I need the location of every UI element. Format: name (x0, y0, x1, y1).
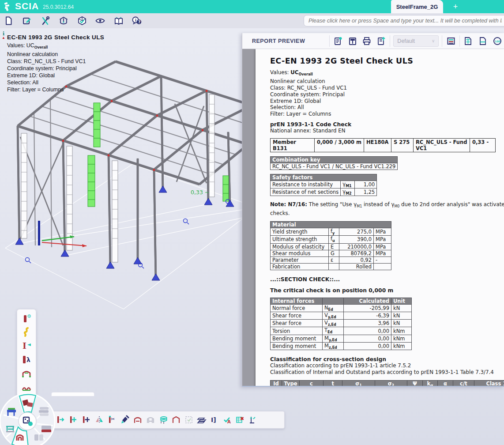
zoom-100-button[interactable]: 100 (490, 34, 504, 48)
report-page-area[interactable]: EC-EN 1993 2G Steel Check ULS Values: UC… (242, 49, 504, 386)
legend-line: Extreme 1D: Global (7, 72, 104, 79)
table-header-row: Internal forces Calculated Unit (271, 298, 412, 304)
deformed-shape-button[interactable] (19, 326, 34, 338)
buckling-lambda-button[interactable]: λ (19, 353, 34, 366)
svg-text:?: ? (138, 20, 140, 24)
structure-button[interactable] (56, 14, 71, 27)
property-brush-button[interactable] (118, 413, 131, 427)
classification-line: Classification of Internal and Outstand … (270, 369, 504, 376)
cross-section-button[interactable]: I (19, 339, 34, 352)
two-page-view-button[interactable] (462, 34, 475, 48)
table-cell: kN (391, 320, 412, 327)
scia-logo (4, 2, 13, 11)
paste-member-button[interactable] (80, 413, 93, 427)
report-template-dropdown[interactable]: Default∨ (393, 35, 439, 47)
svg-text:✖: ✖ (240, 416, 244, 422)
print-button[interactable] (360, 34, 374, 48)
table-cell: 210000,0 (339, 243, 374, 250)
tools-button[interactable] (38, 14, 53, 27)
table-cell: Vz,Ed (323, 320, 344, 327)
report-info-line: Coordinate system: Principal (270, 91, 504, 98)
member-settings-button[interactable]: ⚙ (19, 312, 34, 324)
library-button[interactable] (111, 14, 126, 27)
view-icon (95, 15, 105, 26)
export-report-icon (376, 36, 386, 46)
layers-button[interactable] (195, 413, 208, 427)
new-project-icon (4, 15, 14, 26)
table-row: Resistance of net sectionsγM21,25 (271, 189, 377, 196)
buckling-lambda-icon: λ (21, 354, 32, 365)
report-table-button[interactable] (346, 34, 359, 48)
table-edit-button[interactable] (157, 413, 169, 427)
copy-member-button[interactable] (67, 413, 80, 427)
trim-button[interactable]: ✂ (105, 413, 118, 427)
table-of-contents-button[interactable] (444, 34, 458, 48)
portal-frame-button[interactable] (169, 413, 182, 427)
table-cell: 0,92 (339, 256, 374, 263)
table-row: Parameterε0,92- (271, 256, 391, 263)
frame-disabled-button[interactable] (144, 413, 157, 427)
calculate-button[interactable] (75, 14, 90, 27)
table-cell: γM1 (341, 181, 355, 188)
table-cell: Bending moment (271, 343, 323, 350)
export-report-button[interactable] (375, 34, 388, 48)
table-row: Member B131 0,000 / 3,000 m HE180A S 275… (271, 138, 496, 152)
table-cell: G (329, 250, 339, 256)
frame-supports-icon (21, 368, 32, 378)
code-check-heading: prEN 1993-1-1 Code Check (270, 121, 504, 128)
mirror-icon (94, 415, 104, 425)
legend-info-icon[interactable]: i▲ (1, 31, 6, 39)
one-page-view-icon (478, 36, 488, 46)
trim-icon: ✂ (107, 415, 117, 425)
check-input-button[interactable]: A (221, 413, 233, 427)
view-button[interactable] (93, 14, 108, 27)
table-cell: γM2 (341, 189, 355, 196)
table-row: Shear modulusG80769,2MPa (271, 250, 391, 256)
classification-line: Classification according to prEN 1993-1-… (270, 362, 504, 369)
rename-button[interactable]: I] (208, 413, 221, 427)
report-title: EC-EN 1993 2G Steel Check ULS (270, 57, 504, 65)
new-report-button[interactable] (331, 34, 345, 48)
internal-forces-table: Internal forces Calculated Unit Normal f… (270, 298, 412, 351)
table-cell: Vy,Ed (323, 312, 344, 319)
table-cell: Shear modulus (271, 250, 329, 256)
frame-supports-button[interactable] (19, 367, 34, 379)
edit-icon (22, 15, 32, 26)
frame-icon (133, 415, 143, 425)
delete-table-icon: ✖ (235, 415, 245, 425)
table-cell: Bending moment (271, 335, 323, 342)
member-summary-table: Member B131 0,000 / 3,000 m HE180A S 275… (270, 138, 496, 152)
report-info-line: Selection: All (270, 104, 504, 111)
table-cell: Resistance of net sections (271, 189, 341, 196)
table-cell: 0,00 (344, 343, 391, 350)
svg-text:✂: ✂ (111, 416, 115, 422)
table-row: Normal forceNEd-205,99kN (271, 304, 412, 312)
report-preview-panel: REPORT PREVIEW Default∨ 100 EC-EN 1993 2… (242, 33, 504, 387)
combination-key-table: Combination key RC_NC_ULS - Fund VC1 / N… (270, 156, 398, 170)
frame-button[interactable] (131, 413, 144, 427)
table-cell: 1,25 (355, 189, 377, 196)
app-version: 25.0.3012.64 (43, 4, 74, 10)
edit-button[interactable] (19, 14, 34, 27)
zoom-100-icon: 100 (493, 36, 502, 46)
workstation-wheel[interactable] (0, 391, 62, 445)
slabs-icon (39, 407, 49, 416)
one-page-view-button[interactable] (476, 34, 490, 48)
mirror-button[interactable] (93, 413, 105, 427)
svg-text:100: 100 (495, 39, 500, 42)
select-area-button[interactable] (182, 413, 195, 427)
table-cell: Fabrication (271, 263, 329, 270)
dimension-line-button[interactable] (246, 413, 259, 427)
delete-table-button[interactable]: ✖ (233, 413, 246, 427)
command-input[interactable] (304, 15, 504, 26)
legend-title: EC-EN 1993 2G Steel Check ULS (7, 34, 104, 41)
new-project-button[interactable] (1, 14, 16, 27)
help-button[interactable]: i? (129, 14, 144, 27)
table-cell: fu (329, 236, 339, 243)
check-result-label: 0,33 ~ (191, 189, 209, 196)
modify-toolbar: ✂ I] A ✖ (52, 411, 285, 429)
project-tab[interactable]: SteelFrame_2G (391, 0, 443, 13)
report-preview-title: REPORT PREVIEW (242, 38, 328, 44)
new-tab-button[interactable]: + (449, 0, 462, 13)
table-cell: TEd (323, 327, 344, 335)
